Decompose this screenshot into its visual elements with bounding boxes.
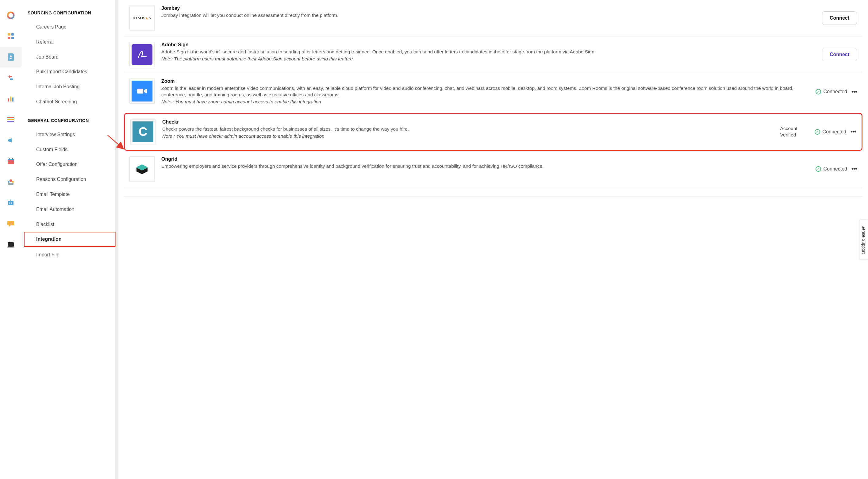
integration-card-checkr: C Checkr Checkr powers the fastest, fair… bbox=[124, 113, 863, 151]
candidates-icon bbox=[8, 53, 14, 61]
svg-point-5 bbox=[10, 56, 12, 57]
connect-button-adobe-sign[interactable]: Connect bbox=[822, 48, 857, 61]
sidebar-item-job-board[interactable]: Job Board bbox=[24, 50, 116, 65]
status-connected-checkr: ✓ Connected bbox=[815, 129, 846, 135]
zoom-icon bbox=[136, 87, 148, 95]
calendar-icon bbox=[7, 158, 14, 165]
sidebar-item-reasons-config[interactable]: Reasons Configuration bbox=[24, 172, 116, 187]
status-label: Connected bbox=[824, 89, 847, 94]
sidebar-section-general: GENERAL CONFIGURATION bbox=[24, 115, 116, 127]
sidebar-item-import-file[interactable]: Import File bbox=[24, 248, 116, 262]
rail-teams[interactable] bbox=[0, 172, 22, 193]
device-icon bbox=[7, 242, 14, 248]
integration-note: Note : You must have checkr admin accoun… bbox=[162, 133, 774, 139]
sidebar-item-referral[interactable]: Referral bbox=[24, 35, 116, 50]
integration-logo-checkr: C bbox=[130, 119, 155, 145]
integration-desc: Checkr powers the fastest, fairest backg… bbox=[162, 126, 774, 132]
svg-point-28 bbox=[12, 223, 13, 224]
dashboard-icon bbox=[7, 33, 14, 39]
rail-dashboard[interactable] bbox=[0, 26, 22, 46]
svg-rect-30 bbox=[7, 247, 14, 248]
svg-rect-16 bbox=[12, 158, 12, 159]
rail-campaigns[interactable] bbox=[0, 130, 22, 151]
svg-rect-9 bbox=[7, 117, 14, 118]
adobe-sign-icon bbox=[136, 49, 148, 60]
integration-note: Note: The platform users must authorize … bbox=[161, 56, 815, 62]
sidebar-item-blacklist[interactable]: Blacklist bbox=[24, 217, 116, 232]
icon-rail bbox=[0, 0, 22, 479]
svg-rect-31 bbox=[137, 89, 143, 94]
svg-rect-4 bbox=[11, 37, 14, 39]
main-content: JOMB▲Y Jombay Jombay integration will le… bbox=[118, 0, 868, 479]
integration-desc: Empowering employers and service provide… bbox=[161, 163, 809, 169]
more-menu-ongrid[interactable]: ••• bbox=[851, 165, 857, 172]
check-circle-icon: ✓ bbox=[815, 89, 821, 94]
integration-card-adobe-sign: Adobe Sign Adobe Sign is the world's #1 … bbox=[124, 36, 863, 73]
sidebar-item-integration[interactable]: Integration bbox=[24, 232, 116, 247]
logo-icon bbox=[7, 11, 15, 19]
svg-point-26 bbox=[9, 223, 10, 224]
sidebar-item-offer-config[interactable]: Offer Configuration bbox=[24, 157, 116, 172]
more-menu-zoom[interactable]: ••• bbox=[851, 88, 857, 95]
sidebar-item-email-template[interactable]: Email Template bbox=[24, 187, 116, 202]
svg-rect-21 bbox=[8, 201, 13, 205]
integration-desc: Zoom is the leader in modern enterprise … bbox=[161, 85, 809, 98]
integration-title: Zoom bbox=[161, 78, 809, 84]
rail-logo[interactable] bbox=[0, 5, 22, 26]
sidebar-item-interview-settings[interactable]: Interview Settings bbox=[24, 127, 116, 142]
svg-rect-14 bbox=[8, 159, 14, 160]
chat-icon bbox=[7, 221, 14, 227]
status-label: Connected bbox=[823, 129, 846, 135]
rail-analytics[interactable] bbox=[0, 88, 22, 109]
integration-title: Adobe Sign bbox=[161, 42, 815, 47]
status-connected-ongrid: ✓ Connected bbox=[815, 166, 847, 172]
rail-transfers[interactable] bbox=[0, 67, 22, 88]
sidebar-item-internal-posting[interactable]: Internal Job Posting bbox=[24, 79, 116, 94]
rail-bot[interactable] bbox=[0, 193, 22, 214]
tasks-icon bbox=[7, 117, 14, 122]
more-menu-checkr[interactable]: ••• bbox=[850, 128, 856, 135]
svg-point-27 bbox=[10, 223, 11, 224]
rail-chat[interactable] bbox=[0, 214, 22, 234]
svg-rect-12 bbox=[8, 139, 9, 141]
bot-icon bbox=[7, 200, 14, 206]
support-tab[interactable]: Sense Support bbox=[859, 220, 868, 260]
connect-button-jombay[interactable]: Connect bbox=[822, 11, 857, 25]
sidebar: SOURCING CONFIGURATION Careers Page Refe… bbox=[22, 0, 118, 479]
svg-point-17 bbox=[9, 180, 12, 182]
sidebar-section-sourcing: SOURCING CONFIGURATION bbox=[24, 7, 116, 20]
integration-card-zoom: Zoom Zoom is the leader in modern enterp… bbox=[124, 73, 863, 111]
megaphone-icon bbox=[7, 137, 14, 144]
integration-desc: Adobe Sign is the world's #1 secure and … bbox=[161, 49, 815, 55]
integration-title: Checkr bbox=[162, 119, 774, 125]
svg-point-20 bbox=[8, 183, 14, 185]
status-label: Connected bbox=[824, 166, 847, 172]
svg-rect-15 bbox=[9, 158, 9, 159]
svg-rect-2 bbox=[11, 33, 14, 36]
sidebar-item-bulk-import[interactable]: Bulk Import Candidates bbox=[24, 64, 116, 79]
integration-desc: Jombay integration will let you conduct … bbox=[161, 12, 815, 19]
sidebar-item-custom-fields[interactable]: Custom Fields bbox=[24, 142, 116, 157]
rail-device[interactable] bbox=[0, 234, 22, 255]
integration-card-jombay: JOMB▲Y Jombay Jombay integration will le… bbox=[124, 0, 863, 36]
check-circle-icon: ✓ bbox=[815, 129, 820, 135]
sidebar-item-chatbot-screening[interactable]: Chatbot Screening bbox=[24, 94, 116, 109]
svg-rect-6 bbox=[8, 98, 9, 101]
integration-logo-adobe-sign bbox=[129, 42, 155, 67]
svg-rect-8 bbox=[12, 97, 13, 101]
svg-rect-11 bbox=[7, 121, 14, 122]
rail-tasks[interactable] bbox=[0, 109, 22, 130]
rail-calendar[interactable] bbox=[0, 151, 22, 172]
sidebar-item-careers-page[interactable]: Careers Page bbox=[24, 20, 116, 35]
analytics-icon bbox=[7, 95, 14, 102]
svg-point-0 bbox=[8, 12, 14, 19]
integration-card-ongrid: Ongrid Empowering employers and service … bbox=[124, 151, 863, 187]
rail-candidates[interactable] bbox=[0, 46, 22, 67]
svg-rect-3 bbox=[8, 37, 10, 39]
svg-point-22 bbox=[9, 202, 10, 203]
sidebar-item-email-automation[interactable]: Email Automation bbox=[24, 202, 116, 217]
svg-rect-10 bbox=[7, 119, 14, 120]
teams-icon bbox=[7, 179, 14, 186]
integration-title: Ongrid bbox=[161, 156, 809, 162]
svg-point-23 bbox=[11, 202, 12, 203]
